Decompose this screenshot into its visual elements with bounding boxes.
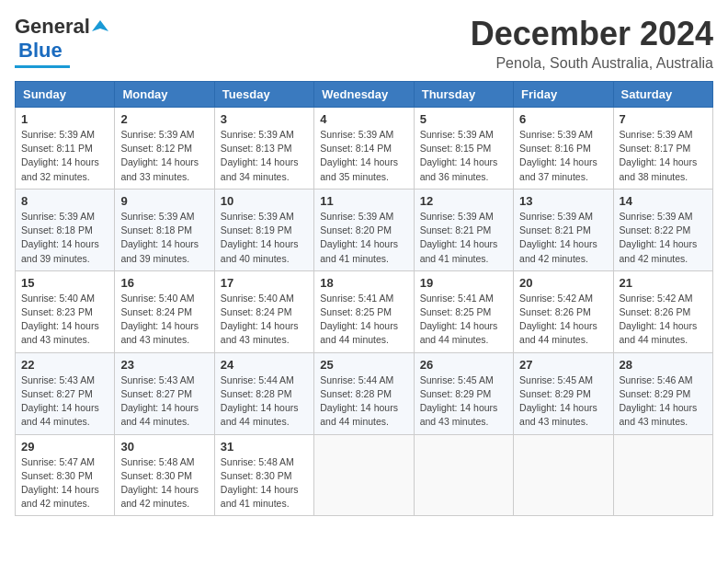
day-detail: Sunrise: 5:41 AM Sunset: 8:25 PM Dayligh… [420, 292, 507, 348]
calendar-cell: 18Sunrise: 5:41 AM Sunset: 8:25 PM Dayli… [314, 270, 414, 352]
calendar-cell: 2Sunrise: 5:39 AM Sunset: 8:12 PM Daylig… [115, 108, 214, 190]
day-header-saturday: Saturday [613, 82, 712, 108]
svg-marker-0 [92, 20, 108, 31]
day-detail: Sunrise: 5:39 AM Sunset: 8:21 PM Dayligh… [420, 210, 507, 266]
day-detail: Sunrise: 5:39 AM Sunset: 8:20 PM Dayligh… [320, 210, 407, 266]
header: General Blue December 2024 Penola, South… [15, 15, 713, 72]
calendar-cell: 12Sunrise: 5:39 AM Sunset: 8:21 PM Dayli… [414, 189, 513, 270]
day-detail: Sunrise: 5:40 AM Sunset: 8:24 PM Dayligh… [221, 292, 308, 348]
day-number: 11 [320, 194, 407, 208]
day-number: 15 [21, 276, 108, 290]
calendar-table: SundayMondayTuesdayWednesdayThursdayFrid… [15, 81, 713, 516]
day-number: 17 [221, 276, 308, 290]
calendar-cell: 17Sunrise: 5:40 AM Sunset: 8:24 PM Dayli… [214, 270, 313, 352]
calendar-week-2: 8Sunrise: 5:39 AM Sunset: 8:18 PM Daylig… [16, 189, 713, 270]
day-detail: Sunrise: 5:44 AM Sunset: 8:28 PM Dayligh… [221, 373, 308, 430]
day-detail: Sunrise: 5:46 AM Sunset: 8:29 PM Dayligh… [620, 373, 707, 430]
logo-blue: Blue [18, 39, 63, 63]
logo-general: General [15, 15, 90, 39]
calendar-cell [414, 434, 513, 516]
day-number: 22 [21, 358, 108, 372]
calendar-cell: 14Sunrise: 5:39 AM Sunset: 8:22 PM Dayli… [613, 189, 712, 270]
day-header-wednesday: Wednesday [314, 82, 414, 108]
day-detail: Sunrise: 5:39 AM Sunset: 8:15 PM Dayligh… [420, 128, 507, 184]
calendar-week-3: 15Sunrise: 5:40 AM Sunset: 8:23 PM Dayli… [16, 270, 713, 352]
location-subtitle: Penola, South Australia, Australia [471, 55, 713, 72]
calendar-cell: 8Sunrise: 5:39 AM Sunset: 8:18 PM Daylig… [16, 189, 115, 270]
calendar-cell: 6Sunrise: 5:39 AM Sunset: 8:16 PM Daylig… [514, 108, 613, 190]
day-header-tuesday: Tuesday [214, 82, 313, 108]
day-detail: Sunrise: 5:39 AM Sunset: 8:14 PM Dayligh… [320, 128, 407, 184]
calendar-week-1: 1Sunrise: 5:39 AM Sunset: 8:11 PM Daylig… [16, 108, 713, 190]
day-number: 10 [221, 194, 308, 208]
day-number: 16 [120, 276, 208, 290]
calendar-cell: 10Sunrise: 5:39 AM Sunset: 8:19 PM Dayli… [214, 189, 313, 270]
day-detail: Sunrise: 5:45 AM Sunset: 8:29 PM Dayligh… [420, 373, 507, 430]
day-header-friday: Friday [514, 82, 613, 108]
calendar-cell: 20Sunrise: 5:42 AM Sunset: 8:26 PM Dayli… [514, 270, 613, 352]
day-detail: Sunrise: 5:39 AM Sunset: 8:17 PM Dayligh… [620, 128, 707, 184]
day-header-thursday: Thursday [414, 82, 513, 108]
day-detail: Sunrise: 5:42 AM Sunset: 8:26 PM Dayligh… [519, 292, 607, 348]
day-number: 21 [620, 276, 707, 290]
calendar-cell: 25Sunrise: 5:44 AM Sunset: 8:28 PM Dayli… [314, 352, 414, 434]
day-number: 18 [320, 276, 407, 290]
logo-underline [15, 65, 70, 68]
day-number: 8 [21, 194, 108, 208]
day-number: 13 [519, 194, 607, 208]
calendar-cell: 3Sunrise: 5:39 AM Sunset: 8:13 PM Daylig… [214, 108, 313, 190]
title-area: December 2024 Penola, South Australia, A… [471, 15, 713, 72]
calendar-cell: 24Sunrise: 5:44 AM Sunset: 8:28 PM Dayli… [214, 352, 313, 434]
day-number: 29 [21, 440, 108, 454]
calendar-cell: 19Sunrise: 5:41 AM Sunset: 8:25 PM Dayli… [414, 270, 513, 352]
calendar-cell: 1Sunrise: 5:39 AM Sunset: 8:11 PM Daylig… [16, 108, 115, 190]
day-detail: Sunrise: 5:39 AM Sunset: 8:18 PM Dayligh… [120, 210, 208, 266]
calendar-cell: 7Sunrise: 5:39 AM Sunset: 8:17 PM Daylig… [613, 108, 712, 190]
day-header-sunday: Sunday [16, 82, 115, 108]
day-detail: Sunrise: 5:41 AM Sunset: 8:25 PM Dayligh… [320, 292, 407, 348]
calendar-cell: 27Sunrise: 5:45 AM Sunset: 8:29 PM Dayli… [514, 352, 613, 434]
day-number: 30 [120, 440, 208, 454]
day-number: 3 [221, 112, 308, 126]
day-detail: Sunrise: 5:44 AM Sunset: 8:28 PM Dayligh… [320, 373, 407, 430]
calendar-cell: 26Sunrise: 5:45 AM Sunset: 8:29 PM Dayli… [414, 352, 513, 434]
day-number: 25 [320, 358, 407, 372]
day-detail: Sunrise: 5:39 AM Sunset: 8:16 PM Dayligh… [519, 128, 607, 184]
day-detail: Sunrise: 5:47 AM Sunset: 8:30 PM Dayligh… [21, 455, 108, 511]
day-detail: Sunrise: 5:39 AM Sunset: 8:18 PM Dayligh… [21, 210, 108, 266]
calendar-cell: 16Sunrise: 5:40 AM Sunset: 8:24 PM Dayli… [115, 270, 214, 352]
calendar-cell: 22Sunrise: 5:43 AM Sunset: 8:27 PM Dayli… [16, 352, 115, 434]
calendar-cell [514, 434, 613, 516]
day-number: 28 [620, 358, 707, 372]
logo-bird-icon [92, 18, 108, 35]
calendar-week-4: 22Sunrise: 5:43 AM Sunset: 8:27 PM Dayli… [16, 352, 713, 434]
day-number: 20 [519, 276, 607, 290]
day-number: 19 [420, 276, 507, 290]
calendar-cell: 4Sunrise: 5:39 AM Sunset: 8:14 PM Daylig… [314, 108, 414, 190]
day-number: 31 [221, 440, 308, 454]
calendar-cell: 23Sunrise: 5:43 AM Sunset: 8:27 PM Dayli… [115, 352, 214, 434]
calendar-cell: 9Sunrise: 5:39 AM Sunset: 8:18 PM Daylig… [115, 189, 214, 270]
day-detail: Sunrise: 5:40 AM Sunset: 8:24 PM Dayligh… [120, 292, 208, 348]
day-detail: Sunrise: 5:43 AM Sunset: 8:27 PM Dayligh… [21, 373, 108, 430]
day-detail: Sunrise: 5:39 AM Sunset: 8:22 PM Dayligh… [620, 210, 707, 266]
day-number: 23 [120, 358, 208, 372]
calendar-cell: 15Sunrise: 5:40 AM Sunset: 8:23 PM Dayli… [16, 270, 115, 352]
day-detail: Sunrise: 5:48 AM Sunset: 8:30 PM Dayligh… [221, 455, 308, 511]
calendar-week-5: 29Sunrise: 5:47 AM Sunset: 8:30 PM Dayli… [16, 434, 713, 516]
page-title: December 2024 [471, 15, 713, 53]
day-number: 1 [21, 112, 108, 126]
day-number: 26 [420, 358, 507, 372]
logo: General Blue [15, 15, 108, 68]
calendar-cell: 13Sunrise: 5:39 AM Sunset: 8:21 PM Dayli… [514, 189, 613, 270]
calendar-cell: 21Sunrise: 5:42 AM Sunset: 8:26 PM Dayli… [613, 270, 712, 352]
calendar-cell: 30Sunrise: 5:48 AM Sunset: 8:30 PM Dayli… [115, 434, 214, 516]
calendar-cell: 5Sunrise: 5:39 AM Sunset: 8:15 PM Daylig… [414, 108, 513, 190]
day-number: 24 [221, 358, 308, 372]
day-number: 14 [620, 194, 707, 208]
day-detail: Sunrise: 5:39 AM Sunset: 8:11 PM Dayligh… [21, 128, 108, 184]
calendar-cell: 31Sunrise: 5:48 AM Sunset: 8:30 PM Dayli… [214, 434, 313, 516]
day-detail: Sunrise: 5:48 AM Sunset: 8:30 PM Dayligh… [120, 455, 208, 511]
calendar-header-row: SundayMondayTuesdayWednesdayThursdayFrid… [16, 82, 713, 108]
day-number: 12 [420, 194, 507, 208]
